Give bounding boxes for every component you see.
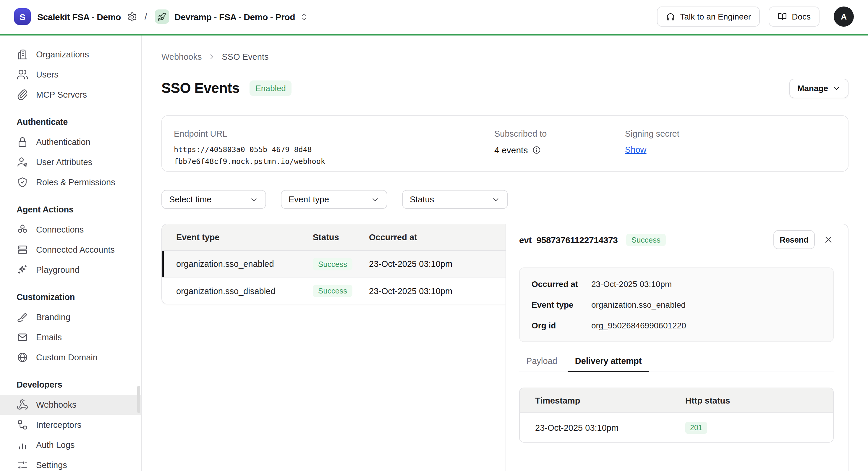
- tab-payload[interactable]: Payload: [519, 356, 564, 372]
- sidebar-item-users[interactable]: Users: [0, 64, 141, 85]
- sidebar-item-label: Organizations: [36, 50, 89, 59]
- endpoint-url-value: https://405803a0-055b-4679-8d48- fbb7e6f…: [174, 144, 494, 168]
- sidebar-item-interceptors[interactable]: Interceptors: [0, 415, 141, 435]
- sidebar-item-organizations[interactable]: Organizations: [0, 45, 141, 64]
- environment-name[interactable]: Devramp - FSA - Demo - Prod: [175, 11, 295, 22]
- sidebar-section-developers: Developers: [0, 375, 141, 395]
- filter-select-time[interactable]: Select time: [161, 190, 266, 209]
- events-table-header: Event type Status Occurred at: [162, 224, 505, 251]
- sidebar-item-label: MCP Servers: [36, 90, 87, 99]
- subscribed-section: Subscribed to 4 events: [494, 129, 625, 158]
- lock-icon: [17, 136, 28, 148]
- sidebar-item-label: Webhooks: [36, 400, 76, 409]
- rocket-icon: [158, 12, 166, 21]
- sidebar-item-label: Emails: [36, 332, 62, 342]
- docs-button[interactable]: Docs: [769, 6, 819, 27]
- user-avatar[interactable]: A: [834, 6, 854, 27]
- show-secret-link[interactable]: Show: [625, 145, 647, 154]
- sidebar-item-authentication[interactable]: Authentication: [0, 132, 141, 152]
- event-id: evt_95873761122714373: [519, 235, 618, 245]
- info-icon[interactable]: [532, 146, 541, 154]
- chevron-down-icon: [491, 195, 500, 204]
- http-status-badge: 201: [685, 421, 707, 434]
- manage-label: Manage: [797, 83, 828, 93]
- subscribed-value: 4 events: [494, 145, 528, 155]
- sidebar-item-custom-domain[interactable]: Custom Domain: [0, 347, 141, 367]
- chevron-right-icon: [208, 53, 216, 61]
- resend-button[interactable]: Resend: [773, 230, 815, 249]
- close-icon[interactable]: [823, 234, 834, 245]
- signing-secret-label: Signing secret: [625, 129, 836, 139]
- shield-check-icon: [17, 176, 28, 188]
- workspace-name[interactable]: Scalekit FSA - Demo: [37, 11, 121, 22]
- interceptors-icon: [17, 419, 28, 431]
- sidebar-item-label: Settings: [36, 460, 67, 470]
- breadcrumb-webhooks[interactable]: Webhooks: [161, 52, 202, 62]
- filters-row: Select timeEvent typeStatus: [161, 190, 848, 209]
- sidebar-item-label: Custom Domain: [36, 353, 98, 362]
- sidebar-scrollbar[interactable]: [137, 386, 140, 413]
- sidebar-item-settings[interactable]: Settings: [0, 455, 141, 471]
- filter-event-type[interactable]: Event type: [281, 190, 387, 209]
- endpoint-url-section: Endpoint URL https://405803a0-055b-4679-…: [174, 129, 494, 158]
- event-row-organization-sso_enabled[interactable]: organization.sso_enabledSuccess23-Oct-20…: [162, 251, 505, 277]
- column-occurred-at: Occurred at: [369, 233, 505, 242]
- status-cell-badge: Success: [313, 285, 352, 297]
- sidebar-item-emails[interactable]: Emails: [0, 327, 141, 347]
- users-icon: [17, 69, 28, 81]
- event-status-badge: Success: [626, 233, 666, 246]
- mcp-servers-icon: [17, 89, 28, 100]
- filter-status[interactable]: Status: [402, 190, 508, 209]
- field-label: Org id: [532, 320, 591, 331]
- sidebar-item-user-attributes[interactable]: User Attributes: [0, 152, 141, 172]
- detail-field-event-type: Event typeorganization.sso_enabled: [532, 299, 821, 311]
- events-table: Event type Status Occurred at organizati…: [161, 224, 505, 304]
- organizations-icon: [17, 49, 28, 60]
- occurred-at-cell: 23-Oct-2025 03:10pm: [369, 286, 505, 296]
- webhook-icon: [17, 399, 28, 411]
- manage-button[interactable]: Manage: [789, 79, 848, 98]
- sidebar-section-agent-actions: Agent Actions: [0, 199, 141, 219]
- filter-label: Event type: [288, 195, 329, 204]
- chevron-down-icon: [250, 195, 258, 204]
- field-label: Occurred at: [532, 278, 591, 290]
- field-label: Event type: [532, 299, 591, 311]
- sidebar-item-webhooks[interactable]: Webhooks: [0, 395, 141, 415]
- status-badge: Enabled: [250, 81, 292, 96]
- avatar-letter: A: [841, 12, 847, 21]
- delivery-table-header: Timestamp Http status: [520, 388, 833, 413]
- filter-label: Select time: [169, 195, 211, 204]
- field-value: org_95026846990601220: [591, 320, 686, 331]
- sidebar-item-branding[interactable]: Branding: [0, 307, 141, 327]
- detail-header: evt_95873761122714373 Success Resend: [519, 230, 834, 249]
- endpoint-url-line1: https://405803a0-055b-4679-8d48-: [174, 144, 494, 156]
- timestamp-cell: 23-Oct-2025 03:10pm: [535, 423, 685, 432]
- sidebar-item-mcp-servers[interactable]: MCP Servers: [0, 85, 141, 105]
- detail-field-occurred-at: Occurred at23-Oct-2025 03:10pm: [532, 278, 821, 290]
- sidebar-item-label: Interceptors: [36, 420, 81, 430]
- sidebar-item-connected-accounts[interactable]: Connected Accounts: [0, 240, 141, 260]
- chevrons-up-down-icon[interactable]: [300, 12, 309, 21]
- app-window: S Scalekit FSA - Demo / Devramp - FSA - …: [0, 0, 868, 471]
- event-row-organization-sso_disabled[interactable]: organization.sso_disabledSuccess23-Oct-2…: [162, 277, 505, 304]
- sidebar-item-auth-logs[interactable]: Auth Logs: [0, 435, 141, 455]
- scalekit-logo: S: [14, 8, 31, 25]
- event-type-cell: organization.sso_enabled: [176, 259, 313, 269]
- delivery-attempt-row[interactable]: 23-Oct-2025 03:10pm201: [520, 413, 833, 442]
- sidebar-section-customization: Customization: [0, 287, 141, 307]
- sidebar-item-playground[interactable]: Playground: [0, 260, 141, 280]
- sidebar-item-connections[interactable]: Connections: [0, 219, 141, 240]
- tab-delivery-attempt[interactable]: Delivery attempt: [568, 356, 649, 372]
- sidebar-item-roles-permissions[interactable]: Roles & Permissions: [0, 172, 141, 192]
- talk-to-engineer-button[interactable]: Talk to an Engineer: [657, 6, 760, 27]
- settings-icon: [17, 459, 28, 471]
- sidebar: OrganizationsUsersMCP ServersAuthenticat…: [0, 35, 142, 471]
- title-row: SSO Events Enabled Manage: [161, 79, 848, 98]
- gear-icon[interactable]: [127, 11, 137, 22]
- top-bar: S Scalekit FSA - Demo / Devramp - FSA - …: [0, 0, 868, 35]
- sidebar-item-label: Users: [36, 70, 59, 79]
- sidebar-item-label: Playground: [36, 265, 80, 274]
- mail-icon: [17, 331, 28, 343]
- event-type-cell: organization.sso_disabled: [176, 286, 313, 296]
- sidebar-section-authenticate: Authenticate: [0, 112, 141, 132]
